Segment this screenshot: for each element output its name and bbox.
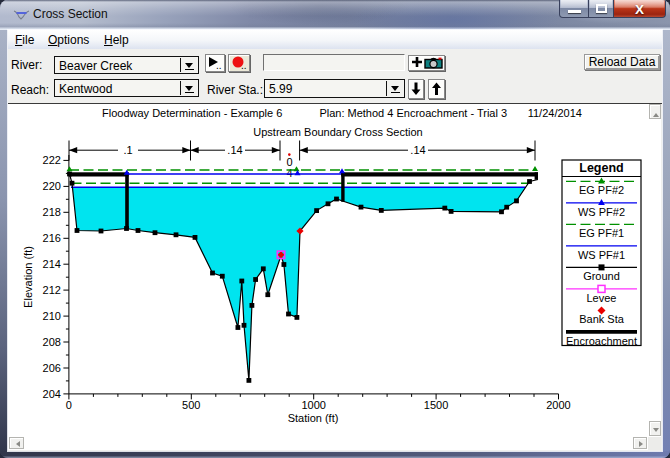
- svg-text:.14: .14: [227, 144, 242, 156]
- svg-text:Bank Sta: Bank Sta: [579, 313, 625, 325]
- svg-text:Levee: Levee: [587, 292, 617, 304]
- svg-text:0: 0: [66, 399, 72, 411]
- svg-text:Elevation (ft): Elevation (ft): [22, 246, 34, 308]
- svg-text:204: 204: [43, 388, 61, 400]
- svg-text:WS PF#1: WS PF#1: [578, 249, 625, 261]
- svg-text:220: 220: [43, 180, 61, 192]
- svg-text:212: 212: [43, 284, 61, 296]
- svg-text:2000: 2000: [546, 399, 570, 411]
- svg-text:WS PF#2: WS PF#2: [578, 206, 625, 218]
- svg-text:11/24/2014: 11/24/2014: [528, 107, 582, 119]
- svg-text:218: 218: [43, 206, 61, 218]
- svg-text:Upstream Boundary Cross Sectio: Upstream Boundary Cross Section: [253, 126, 422, 138]
- svg-text:Ground: Ground: [583, 270, 620, 282]
- svg-text:208: 208: [43, 336, 61, 348]
- svg-text:214: 214: [43, 258, 61, 270]
- svg-text:EG PF#1: EG PF#1: [579, 227, 624, 239]
- svg-text:222: 222: [43, 154, 61, 166]
- svg-text:216: 216: [43, 232, 61, 244]
- svg-text:Legend: Legend: [579, 161, 623, 175]
- svg-text:210: 210: [43, 310, 61, 322]
- svg-text:..: ..: [216, 60, 222, 71]
- svg-text:EG PF#2: EG PF#2: [579, 184, 624, 196]
- svg-text:500: 500: [182, 399, 200, 411]
- svg-text:.14: .14: [410, 144, 425, 156]
- svg-text:1500: 1500: [424, 399, 448, 411]
- svg-text:Plan: Method 4 Encroachment -: Plan: Method 4 Encroachment - Trial 3: [319, 107, 507, 119]
- svg-text:Station (ft): Station (ft): [288, 412, 339, 424]
- svg-text:..: ..: [241, 60, 247, 71]
- svg-text:1000: 1000: [301, 399, 325, 411]
- svg-text:206: 206: [43, 362, 61, 374]
- svg-text:Floodway Determination - Examp: Floodway Determination - Example 6: [102, 107, 282, 119]
- svg-text:Encroachment: Encroachment: [566, 335, 637, 347]
- svg-text:.1: .1: [123, 144, 132, 156]
